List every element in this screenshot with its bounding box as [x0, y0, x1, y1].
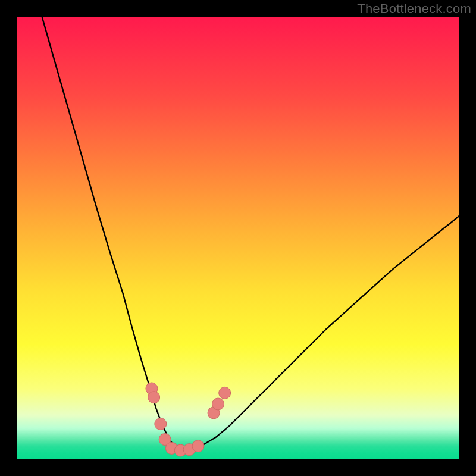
data-marker	[212, 398, 224, 410]
data-marker	[192, 440, 204, 452]
data-marker	[148, 392, 160, 403]
chart-frame: TheBottleneck.com	[0, 0, 476, 476]
bottleneck-curve	[17, 17, 459, 450]
data-markers	[146, 383, 231, 456]
data-marker	[219, 387, 231, 399]
data-marker	[155, 418, 167, 430]
chart-svg	[17, 17, 459, 459]
curve-path	[17, 17, 459, 450]
plot-area	[17, 17, 459, 459]
watermark-text: TheBottleneck.com	[357, 1, 471, 17]
